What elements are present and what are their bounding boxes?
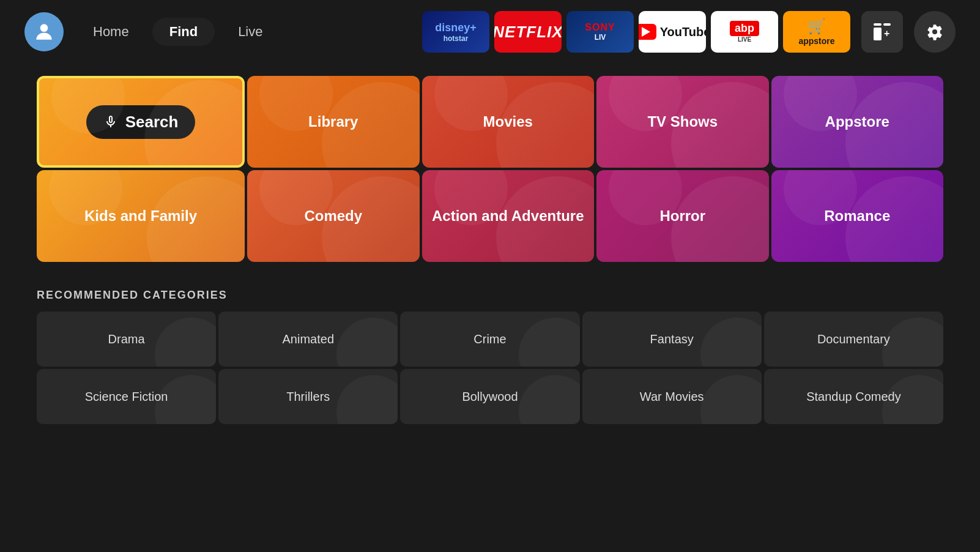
- kids-tile[interactable]: Kids and Family: [37, 170, 245, 262]
- search-tile[interactable]: Search: [37, 76, 245, 168]
- comedy-tile[interactable]: Comedy: [247, 170, 420, 262]
- abp-text: abp: [730, 21, 759, 36]
- standup-label: Standup Comedy: [806, 390, 901, 404]
- svg-point-0: [40, 24, 48, 32]
- action-tile[interactable]: Action and Adventure: [422, 170, 595, 262]
- drama-label: Drama: [108, 332, 145, 346]
- settings-button[interactable]: [914, 11, 956, 53]
- movies-label: Movies: [483, 113, 533, 130]
- documentary-label: Documentary: [817, 332, 890, 346]
- rec-row-2: Science Fiction Thrillers Bollywood War …: [37, 369, 943, 424]
- library-label: Library: [308, 113, 358, 130]
- fantasy-label: Fantasy: [650, 332, 694, 346]
- search-button[interactable]: Search: [86, 105, 196, 139]
- war-label: War Movies: [640, 390, 704, 404]
- search-label: Search: [125, 113, 179, 132]
- grid-icon: +: [874, 23, 891, 40]
- tvshows-label: TV Shows: [647, 113, 718, 130]
- recommended-title: RECOMMENDED CATEGORIES: [37, 289, 943, 302]
- horror-tile[interactable]: Horror: [596, 170, 769, 262]
- animated-label: Animated: [283, 332, 335, 346]
- recommended-section: RECOMMENDED CATEGORIES Drama Animated Cr…: [0, 274, 980, 424]
- rec-tile-animated[interactable]: Animated: [218, 311, 398, 367]
- microphone-icon: [103, 114, 118, 129]
- bollywood-label: Bollywood: [462, 390, 518, 404]
- kids-label: Kids and Family: [84, 207, 197, 225]
- rec-tile-bollywood[interactable]: Bollywood: [400, 369, 579, 424]
- abp-logo[interactable]: abp LIVE: [711, 11, 778, 53]
- romance-tile[interactable]: Romance: [771, 170, 944, 262]
- app-logos: disney+ hotstar NETFLIX SONY LIV YouTube: [422, 11, 850, 53]
- comedy-label: Comedy: [304, 207, 362, 225]
- rec-tile-documentary[interactable]: Documentary: [764, 311, 943, 367]
- settings-icon: [926, 23, 943, 40]
- main-content: Search Library Movies TV Shows Appstore …: [0, 64, 980, 274]
- youtube-text: YouTube: [660, 25, 706, 39]
- disney-logo[interactable]: disney+ hotstar: [422, 11, 489, 53]
- rec-row-1: Drama Animated Crime Fantasy Documentary: [37, 311, 943, 367]
- grid-button[interactable]: +: [861, 11, 903, 53]
- action-label: Action and Adventure: [432, 207, 584, 225]
- appstore-icon: 🛒: [807, 18, 826, 35]
- horror-label: Horror: [659, 207, 705, 225]
- tvshows-tile[interactable]: TV Shows: [596, 76, 769, 168]
- library-tile[interactable]: Library: [247, 76, 420, 168]
- home-button[interactable]: Home: [76, 18, 146, 46]
- top-nav: Home Find Live disney+ hotstar NETFLIX S…: [0, 0, 980, 64]
- abp-live-text: LIVE: [738, 36, 751, 43]
- appstore-tile[interactable]: Appstore: [771, 76, 944, 168]
- appstore-tile-label: Appstore: [825, 113, 889, 130]
- appstore-text: appstore: [798, 36, 834, 46]
- grid-bottom-row: Kids and Family Comedy Action and Advent…: [37, 170, 943, 262]
- romance-label: Romance: [824, 207, 890, 225]
- netflix-text: NETFLIX: [494, 23, 562, 42]
- scifi-label: Science Fiction: [85, 390, 168, 404]
- rec-tile-drama[interactable]: Drama: [37, 311, 216, 367]
- appstore-logo[interactable]: 🛒 appstore: [783, 11, 850, 53]
- rec-tile-crime[interactable]: Crime: [400, 311, 579, 367]
- youtube-logo[interactable]: YouTube: [639, 11, 706, 53]
- thrillers-label: Thrillers: [286, 390, 330, 404]
- movies-tile[interactable]: Movies: [422, 76, 595, 168]
- netflix-logo[interactable]: NETFLIX: [494, 11, 562, 53]
- live-button[interactable]: Live: [221, 18, 280, 46]
- rec-tile-fantasy[interactable]: Fantasy: [582, 311, 762, 367]
- youtube-icon: [639, 24, 656, 40]
- rec-tile-scifi[interactable]: Science Fiction: [37, 369, 216, 424]
- avatar[interactable]: [24, 12, 64, 51]
- rec-tile-thrillers[interactable]: Thrillers: [218, 369, 398, 424]
- crime-label: Crime: [473, 332, 506, 346]
- sony-logo[interactable]: SONY LIV: [566, 11, 634, 53]
- grid-top-row: Search Library Movies TV Shows Appstore: [37, 76, 943, 168]
- rec-tile-standup[interactable]: Standup Comedy: [764, 369, 943, 424]
- rec-tile-war[interactable]: War Movies: [582, 369, 762, 424]
- find-button[interactable]: Find: [152, 18, 215, 46]
